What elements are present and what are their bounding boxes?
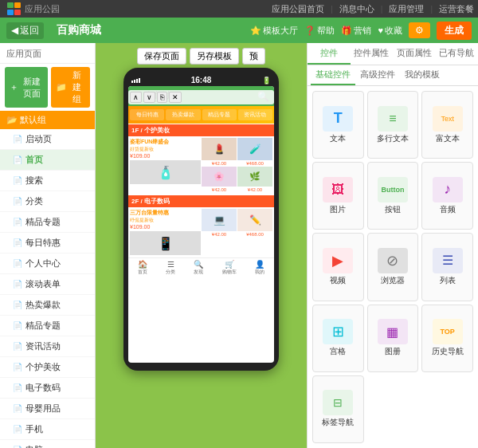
widget-gallery[interactable]: ▦ 图册: [367, 305, 419, 372]
new-group-button[interactable]: 📁 新建组: [51, 67, 90, 108]
preview-button[interactable]: 预: [242, 48, 265, 65]
sidebar-item-category[interactable]: 📄 分类: [0, 191, 95, 212]
nav-template-hall[interactable]: ⭐ 模板大厅: [250, 25, 298, 37]
banner-item-daily[interactable]: 每日特惠: [130, 109, 164, 120]
tab-widgets[interactable]: 控件: [308, 43, 351, 65]
widget-grid-widget[interactable]: ⊞ 宫格: [312, 305, 364, 372]
sidebar-item-personal[interactable]: 📄 个人中心: [0, 253, 95, 274]
right-panel: 控件 控件属性 页面属性 已有导航 基础控件 高级控件 我的模板 T 文本 ≡ …: [307, 43, 478, 448]
sidebar-item-beauty[interactable]: 📄 个护美妆: [0, 357, 95, 378]
widget-list-label: 列表: [440, 275, 456, 286]
tab-nav[interactable]: 已有导航: [436, 43, 479, 65]
top-bar: 应用公园 应用公园首页 | 消息中心 | 应用管理 | 运营套餐: [0, 0, 478, 18]
phone-section1-title: 1F / 个护美妆: [128, 124, 274, 136]
banner-item-hot[interactable]: 热卖爆款: [166, 109, 200, 120]
widget-history-label: 历史导航: [432, 346, 464, 357]
save-template-button[interactable]: 另存模板: [190, 48, 239, 65]
nav-help[interactable]: ❓ 帮助: [304, 25, 335, 37]
new-page-button[interactable]: ＋ 新建页面: [5, 67, 48, 108]
price-tag-a: ¥42.00: [202, 161, 237, 166]
widget-history[interactable]: TOP 历史导航: [421, 305, 473, 372]
sidebar-item-daily[interactable]: 📄 每日特惠: [0, 233, 95, 253]
bottom-nav-home[interactable]: 🏠 首页: [138, 260, 147, 276]
edit-down-button[interactable]: ∨: [143, 92, 155, 103]
section2-sub: 三万台限量特惠: [130, 209, 201, 217]
widget-button-label: 按钮: [385, 204, 401, 215]
sidebar-item-baby[interactable]: 📄 母婴用品: [0, 399, 95, 419]
section1-price1: ¥109.00: [130, 153, 201, 159]
sidebar-item-search[interactable]: 📄 搜索: [0, 171, 95, 191]
sidebar-item-news[interactable]: 📄 资讯活动: [0, 336, 95, 357]
sidebar-item-computer[interactable]: 📄 电脑: [0, 440, 95, 448]
sidebar-item-phone[interactable]: 📄 手机: [0, 419, 95, 440]
nav-operations[interactable]: 运营套餐: [439, 3, 474, 15]
category-icon: ☰: [167, 260, 174, 269]
widget-tab-basic[interactable]: 基础控件: [311, 65, 355, 85]
widget-list[interactable]: ☰ 列表: [421, 233, 473, 301]
nav-messages[interactable]: 消息中心: [339, 3, 374, 15]
button-widget-icon: Button: [378, 177, 408, 202]
widget-tab-advanced[interactable]: 高级控件: [355, 65, 400, 85]
nav-marketing[interactable]: 🎁 营销: [341, 25, 371, 37]
widget-richtext[interactable]: Text 富文本: [421, 91, 473, 159]
widget-browser[interactable]: ⊘ 浏览器: [367, 233, 419, 301]
nav-favorites[interactable]: ♥ 收藏: [378, 25, 402, 37]
gallery-widget-icon: ▦: [378, 319, 408, 344]
nav-home[interactable]: 应用公园首页: [272, 3, 324, 15]
widget-video[interactable]: ▶ 视频: [312, 233, 364, 301]
tab-widget-props[interactable]: 控件属性: [351, 43, 394, 65]
generate-button[interactable]: 生成: [437, 22, 472, 40]
sidebar-item-featured[interactable]: 📄 精品专题: [0, 212, 95, 233]
bottom-nav-category[interactable]: ☰ 分类: [166, 260, 175, 276]
widget-tabs: 基础控件 高级控件 我的模板: [308, 65, 478, 86]
list-widget-icon: ☰: [433, 248, 463, 273]
bottom-nav-mine[interactable]: 👤 我的: [255, 260, 264, 276]
widget-audio[interactable]: ♪ 音频: [421, 162, 473, 230]
phone-mockup: 16:48 🔋 ∧ ∨ ⎘ ✕ 百购商城 🔍 每: [123, 68, 279, 371]
save-page-button[interactable]: 保存页面: [137, 48, 186, 65]
product-img-1: 💄: [202, 138, 237, 160]
widget-multitext[interactable]: ≡ 多行文本: [367, 91, 419, 159]
sidebar-group-default[interactable]: 📂 默认组: [0, 111, 95, 129]
page-icon: 📄: [13, 280, 22, 289]
app-name: 百购商城: [57, 23, 101, 37]
widget-browser-label: 浏览器: [381, 275, 405, 286]
sidebar-item-scroll-form[interactable]: 📄 滚动表单: [0, 274, 95, 295]
bottom-nav-discover[interactable]: 🔍 发现: [194, 260, 203, 276]
section1-main-image: 🧴: [130, 160, 201, 184]
section2-price1: ¥109.00: [130, 224, 201, 230]
audio-widget-icon: ♪: [433, 177, 463, 202]
page-icon: 📄: [13, 363, 22, 371]
settings-button[interactable]: ⚙: [409, 22, 430, 38]
svg-rect-1: [14, 2, 21, 8]
nav-app-manage[interactable]: 应用管理: [389, 3, 424, 15]
back-button[interactable]: ◀ 返回: [6, 22, 44, 39]
sidebar-item-launch[interactable]: 📄 启动页: [0, 129, 95, 150]
edit-up-button[interactable]: ∧: [130, 92, 142, 103]
logo-icon: [7, 2, 23, 15]
image-widget-icon: 🖼: [323, 177, 353, 202]
sidebar-item-home[interactable]: 📄 首页: [0, 150, 95, 171]
page-icon: 📄: [13, 135, 22, 143]
widget-tag[interactable]: ⊟ 标签导航: [312, 375, 364, 443]
bottom-nav-cart[interactable]: 🛒 购物车: [222, 260, 237, 276]
center-toolbar: 保存页面 另存模板 预: [137, 48, 265, 65]
phone-section1-left: 姿彩FUN肆盛会 好货提新妆 ¥109.00 🧴: [130, 138, 201, 192]
sidebar-item-hot-sale[interactable]: 📄 热卖爆款: [0, 295, 95, 316]
banner-item-featured[interactable]: 精品专题: [202, 109, 237, 120]
product-img-3: 🌸: [202, 167, 237, 187]
sidebar-item-featured2[interactable]: 📄 精品专题: [0, 316, 95, 336]
phone-section1-right: 💄 🧪 ¥42.00 ¥468.00 🌸 🌿: [202, 138, 272, 192]
widget-button[interactable]: Button 按钮: [367, 162, 419, 230]
edit-copy-button[interactable]: ⎘: [157, 92, 167, 103]
sidebar-item-electronics[interactable]: 📄 电子数码: [0, 378, 95, 399]
product-img-2: 🧪: [237, 138, 272, 160]
banner-item-news[interactable]: 资讯活动: [238, 109, 272, 120]
price-tag-d: ¥42.00: [237, 187, 272, 192]
widget-text[interactable]: T 文本: [312, 91, 364, 159]
history-widget-icon: TOP: [433, 319, 463, 344]
widget-image[interactable]: 🖼 图片: [312, 162, 364, 230]
edit-delete-button[interactable]: ✕: [169, 92, 182, 103]
tab-page-props[interactable]: 页面属性: [393, 43, 436, 65]
widget-tab-my-templates[interactable]: 我的模板: [400, 65, 445, 85]
